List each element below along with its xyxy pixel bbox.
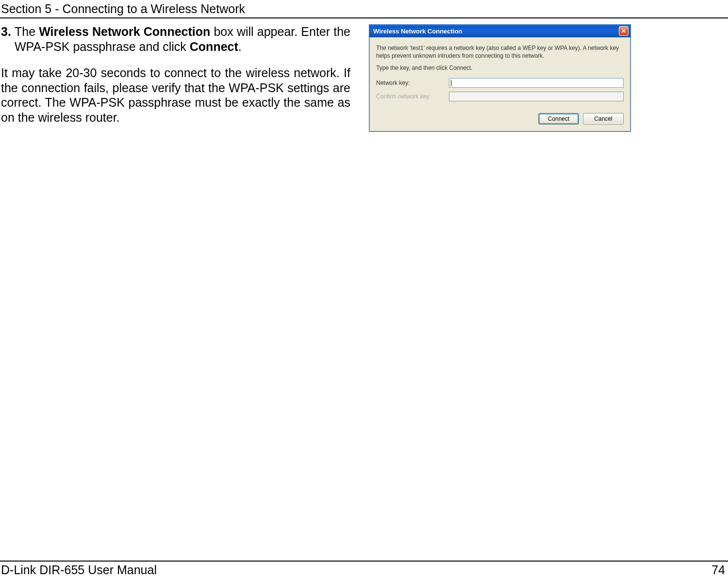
step-text-part3: . xyxy=(238,40,242,53)
step-text-bold2: Connect xyxy=(190,40,238,53)
network-key-row: Network key: xyxy=(376,78,624,88)
step-text-bold1: Wireless Network Connection xyxy=(39,25,210,38)
section-header: Section 5 - Connecting to a Wireless Net… xyxy=(1,2,245,16)
dialog-titlebar[interactable]: Wireless Network Connection ✕ xyxy=(369,25,630,37)
confirm-key-label: Confirm network key: xyxy=(376,93,449,100)
step-text: The Wireless Network Connection box will… xyxy=(15,24,350,54)
step-3: 3. The Wireless Network Connection box w… xyxy=(1,24,350,54)
dialog-info-text-2: Type the key, and then click Connect. xyxy=(376,64,624,71)
network-key-label: Network key: xyxy=(376,80,449,86)
body-column: 3. The Wireless Network Connection box w… xyxy=(1,24,350,125)
step-text-part1: The xyxy=(15,25,39,38)
footer-manual-title: D-Link DIR-655 User Manual xyxy=(1,563,157,577)
wireless-connection-dialog: Wireless Network Connection ✕ The networ… xyxy=(369,24,631,132)
body-paragraph: It may take 20-30 seconds to connect to … xyxy=(1,65,350,125)
dialog-title: Wireless Network Connection xyxy=(373,28,619,35)
bottom-divider xyxy=(0,561,728,562)
confirm-key-row: Confirm network key: xyxy=(376,92,624,101)
confirm-key-input xyxy=(449,92,624,101)
close-button[interactable]: ✕ xyxy=(619,26,629,36)
close-icon: ✕ xyxy=(621,28,626,34)
top-divider xyxy=(0,17,728,18)
connect-button[interactable]: Connect xyxy=(538,113,579,125)
dialog-body: The network 'test1' requires a network k… xyxy=(369,37,630,111)
cancel-button[interactable]: Cancel xyxy=(583,113,624,125)
step-number: 3. xyxy=(1,24,15,54)
dialog-info-text-1: The network 'test1' requires a network k… xyxy=(376,44,624,60)
text-cursor xyxy=(451,80,451,86)
footer-page-number: 74 xyxy=(711,563,725,577)
dialog-button-row: Connect Cancel xyxy=(369,111,630,131)
network-key-input[interactable] xyxy=(449,78,624,88)
